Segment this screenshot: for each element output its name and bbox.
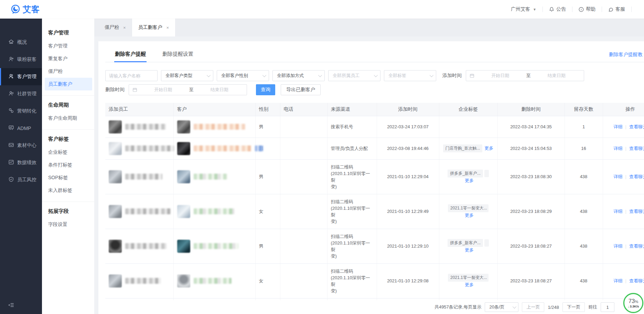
- table-row: 男管理员/负责人分配2022-03-08 19:44:46门店导购_首次触...…: [105, 138, 644, 159]
- divider: [543, 7, 543, 12]
- view-chat-link[interactable]: 查看聊天: [629, 174, 644, 179]
- sidenav-item-吸粉获客[interactable]: 吸粉获客: [0, 51, 42, 68]
- column-header-添加员工: 添加员工: [105, 103, 173, 116]
- column-header-客户: 客户: [173, 103, 255, 116]
- sidenav-item-数据绩效[interactable]: 数据绩效: [0, 154, 42, 171]
- submenu-item-僵尸粉[interactable]: 僵尸粉: [42, 65, 92, 78]
- prev-page-button[interactable]: 上一页: [522, 302, 544, 312]
- more-tags-link[interactable]: 更多: [465, 282, 474, 287]
- announcement-button[interactable]: 公告: [549, 6, 566, 12]
- sidenav-item-ADMP[interactable]: ADMP: [0, 120, 42, 137]
- detail-link[interactable]: 详细: [614, 174, 623, 179]
- page-goto-input[interactable]: [601, 302, 614, 312]
- sidenav: 概况吸粉获客客户管理社群管理营销转化ADMP素材中心数据绩效员工风控: [0, 19, 42, 314]
- filter-select-全部所属员工[interactable]: 全部所属员工: [328, 70, 380, 81]
- org-switcher[interactable]: 广州艾客 ▼: [511, 6, 536, 12]
- detail-link[interactable]: 详细: [614, 209, 623, 214]
- sidebar-collapse-button[interactable]: [8, 302, 14, 309]
- export-deleted-customers-button[interactable]: 导出已删客户: [281, 84, 321, 95]
- add-time-cell: 2021-01-10 12:29:04: [377, 159, 439, 194]
- detail-link[interactable]: 详细: [614, 124, 623, 129]
- delete-time-range-picker[interactable]: 开始日期 至 结束日期: [129, 84, 247, 95]
- sidenav-item-客户管理[interactable]: 客户管理: [0, 68, 42, 85]
- filter-select-全部客户性别[interactable]: 全部客户性别: [217, 70, 269, 81]
- customer-name-blurred: [194, 145, 251, 151]
- person-add-icon: [8, 56, 14, 63]
- submenu-section: 拓展字段字段设置: [42, 205, 94, 233]
- filter-select-全部添加方式[interactable]: 全部添加方式: [272, 70, 325, 81]
- filter-select-全部标签[interactable]: 全部标签: [384, 70, 436, 81]
- submenu-item-重复客户[interactable]: 重复客户: [42, 52, 92, 65]
- retention-days-cell: 438: [565, 159, 603, 194]
- actions-cell: 详细|查看聊天: [603, 138, 644, 159]
- actions-cell: 详细|查看聊天: [603, 229, 644, 263]
- customer-avatar: [177, 205, 190, 218]
- share-icon: [8, 108, 14, 115]
- detail-link[interactable]: 详细: [614, 243, 623, 249]
- workspace-tabstrip: 僵尸粉×员工删客户×: [94, 19, 644, 36]
- filter-select-全部客户类型[interactable]: 全部客户类型: [161, 70, 213, 81]
- submenu-item-未入群标签[interactable]: 未入群标签: [42, 184, 92, 197]
- view-chat-link[interactable]: 查看聊天: [629, 243, 644, 249]
- search-button[interactable]: 查询: [256, 84, 275, 95]
- view-chat-link[interactable]: 查看聊天: [629, 124, 644, 129]
- tutorial-link[interactable]: 删除客户提醒教: [609, 52, 643, 58]
- submenu-item-SOP标签[interactable]: SOP标签: [42, 171, 92, 184]
- add-time-cell: 2021-01-10 12:29:08: [377, 263, 439, 298]
- more-tags-link[interactable]: 更多: [465, 178, 474, 183]
- close-icon[interactable]: ×: [123, 25, 126, 30]
- submenu-item-字段设置[interactable]: 字段设置: [42, 218, 92, 231]
- sidenav-item-员工风控[interactable]: 员工风控: [0, 171, 42, 188]
- customer-cell: [173, 138, 255, 159]
- chevron-down-icon: [374, 73, 378, 77]
- select-value: 全部客户类型: [165, 73, 192, 79]
- chat-bubble-icon: [608, 7, 613, 12]
- column-header-添加时间: 添加时间: [377, 103, 439, 116]
- more-tags-link[interactable]: 更多: [465, 247, 474, 252]
- view-chat-link[interactable]: 查看聊天: [629, 278, 644, 283]
- view-chat-link[interactable]: 查看聊天: [629, 209, 644, 214]
- add-time-range-picker[interactable]: 开始日期 至 结束日期: [466, 70, 584, 81]
- chevron-down-icon: [513, 305, 516, 308]
- start-date-placeholder: 开始日期: [476, 73, 524, 79]
- detail-link[interactable]: 详细: [614, 278, 623, 283]
- sidenav-item-素材中心[interactable]: 素材中心: [0, 137, 42, 154]
- next-page-button[interactable]: 下一页: [562, 302, 585, 312]
- submenu-item-员工删客户[interactable]: 员工删客户: [45, 78, 92, 90]
- page-size-select[interactable]: 20条/页: [485, 302, 518, 312]
- close-icon[interactable]: ×: [167, 25, 169, 30]
- view-chat-link[interactable]: 查看聊天: [629, 146, 644, 151]
- tab-delete-reminder-settings[interactable]: 删除提醒设置: [162, 48, 194, 62]
- corp-tags-cell: 拼多多_新客户...更多: [439, 159, 497, 194]
- table-row: 男扫描二维码 (2020.1.10深圳零一裂 变)2021-01-10 12:2…: [105, 229, 644, 263]
- tag-chip: 2021.1零一裂变大...: [448, 274, 489, 282]
- filter-bar: 全部客户类型全部客户性别全部添加方式全部所属员工全部标签 添加时间 开始日期 至…: [105, 70, 644, 98]
- sidenav-item-社群管理[interactable]: 社群管理: [0, 85, 42, 102]
- more-tags-link[interactable]: 更多: [484, 145, 493, 151]
- submenu-item-客户生命周期[interactable]: 客户生命周期: [42, 112, 92, 124]
- detail-link[interactable]: 详细: [614, 146, 623, 151]
- submenu-item-企业标签[interactable]: 企业标签: [42, 146, 92, 159]
- delete-time-cell: 2022-03-23 18:08:30: [497, 159, 565, 194]
- content-card: 删除客户提醒 删除提醒设置 删除客户提醒教 全部客户类型全部客户性别全部添加方式…: [98, 41, 644, 314]
- tab-delete-customer-reminder[interactable]: 删除客户提醒: [114, 48, 147, 62]
- help-button[interactable]: 帮助: [579, 6, 595, 12]
- submenu-item-客户管理[interactable]: 客户管理: [42, 40, 92, 52]
- table-row: 男搜索手机号2022-03-24 17:03:072022-03-24 17:0…: [105, 116, 644, 138]
- select-value: 全部客户性别: [221, 73, 248, 79]
- phone-cell: [280, 229, 327, 263]
- customer-name-input[interactable]: [105, 70, 158, 81]
- customer-service-button[interactable]: 客服: [608, 6, 625, 12]
- more-tags-link[interactable]: 更多: [465, 213, 474, 218]
- sidenav-item-营销转化[interactable]: 营销转化: [0, 102, 42, 120]
- topbar: 艾客 广州艾客 ▼ 公告 帮助 客服: [0, 0, 644, 19]
- workspace-tab-员工删客户[interactable]: 员工删客户×: [132, 19, 175, 36]
- board-icon: [8, 125, 14, 132]
- workspace-tab-僵尸粉[interactable]: 僵尸粉×: [98, 19, 132, 36]
- end-date-placeholder: 结束日期: [196, 87, 244, 93]
- archive-icon: [8, 142, 14, 149]
- submenu-item-条件打标签[interactable]: 条件打标签: [42, 159, 92, 171]
- employee-avatar: [109, 142, 122, 155]
- sidenav-item-概况[interactable]: 概况: [0, 34, 42, 51]
- employee-name-blurred: [125, 124, 166, 130]
